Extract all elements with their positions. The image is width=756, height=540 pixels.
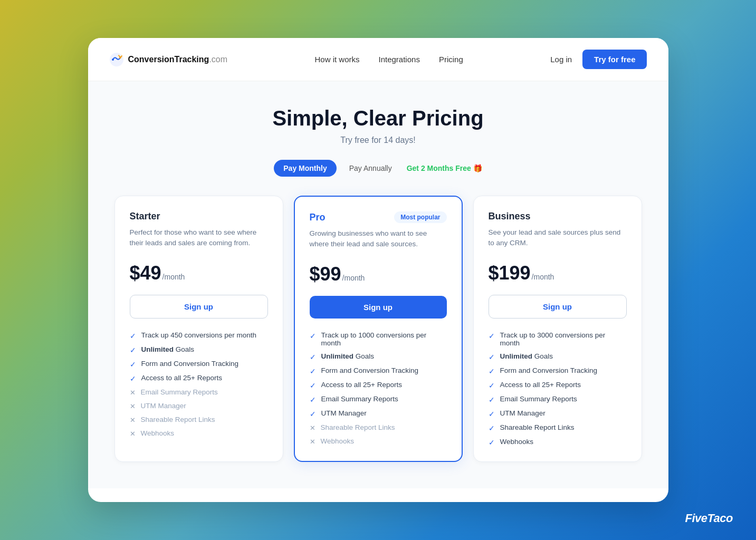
nav-link-how-it-works[interactable]: How it works <box>314 55 359 64</box>
list-item: ✕ Email Summary Reports <box>130 388 268 397</box>
most-popular-badge: Most popular <box>394 211 446 223</box>
business-card-header: Business <box>489 211 627 222</box>
promo-label: Get 2 Months Free 🎁 <box>407 164 482 172</box>
nav-link-pricing[interactable]: Pricing <box>439 55 463 64</box>
business-price-period: /month <box>532 273 554 281</box>
pay-monthly-button[interactable]: Pay Monthly <box>274 160 336 177</box>
x-icon: ✕ <box>130 430 136 438</box>
logo: ConversionTracking.com <box>109 52 228 67</box>
list-item: ✓ Unlimited Goals <box>310 352 447 361</box>
pro-plan-price: $99 /month <box>310 263 447 285</box>
starter-price-period: /month <box>162 273 185 281</box>
business-plan-card: Business See your lead and sale sources … <box>473 196 642 462</box>
x-icon: ✕ <box>310 438 315 446</box>
check-icon: ✓ <box>130 374 136 383</box>
check-icon: ✓ <box>130 360 136 369</box>
starter-price-amount: $49 <box>130 262 161 284</box>
list-item: ✓ UTM Manager <box>310 409 447 418</box>
check-icon: ✓ <box>489 424 495 432</box>
business-price-amount: $199 <box>489 262 531 284</box>
check-icon: ✓ <box>489 353 495 361</box>
check-icon: ✓ <box>489 410 495 418</box>
feature-text: Form and Conversion Tracking <box>321 367 419 374</box>
list-item: ✕ Webhooks <box>130 429 268 438</box>
feature-text: Form and Conversion Tracking <box>141 360 239 368</box>
list-item: ✓ Form and Conversion Tracking <box>310 367 447 375</box>
svg-point-0 <box>110 53 123 66</box>
feature-text: Webhooks <box>141 429 175 437</box>
try-for-free-button[interactable]: Try for free <box>582 50 647 69</box>
feature-text: UTM Manager <box>500 409 546 417</box>
starter-signup-button[interactable]: Sign up <box>130 295 268 319</box>
business-plan-price: $199 /month <box>489 262 627 284</box>
pro-card-header: Pro Most popular <box>310 211 447 223</box>
check-icon: ✓ <box>489 367 495 375</box>
starter-plan-card: Starter Perfect for those who want to se… <box>114 196 283 462</box>
feature-text: Access to all 25+ Reports <box>321 381 402 389</box>
business-plan-desc: See your lead and sale sources plus send… <box>489 227 627 250</box>
list-item: ✓ Webhooks <box>489 438 627 447</box>
logo-icon <box>109 52 124 67</box>
feature-text: Webhooks <box>500 438 534 446</box>
starter-card-header: Starter <box>130 211 268 222</box>
starter-plan-name: Starter <box>130 211 160 222</box>
business-features-list: ✓ Track up to 3000 conversions per month… <box>489 331 627 447</box>
feature-text: Shareable Report Links <box>141 416 215 423</box>
list-item: ✓ Track up to 1000 conversions per month <box>310 331 447 347</box>
main-card: ConversionTracking.com How it works Inte… <box>88 38 668 502</box>
check-icon: ✓ <box>310 353 316 361</box>
check-icon: ✓ <box>489 438 495 447</box>
check-icon: ✓ <box>130 346 136 354</box>
feature-text: Webhooks <box>321 437 355 445</box>
feature-text: UTM Manager <box>141 402 186 410</box>
pro-signup-button[interactable]: Sign up <box>310 296 447 319</box>
login-button[interactable]: Log in <box>550 55 572 64</box>
page-title: Simple, Clear Pricing <box>109 107 647 130</box>
footer-brand: FiveTaco <box>685 512 733 525</box>
list-item: ✕ Shareable Report Links <box>130 416 268 424</box>
list-item: ✓ UTM Manager <box>489 409 627 418</box>
list-item: ✓ Track up to 3000 conversions per month <box>489 331 627 347</box>
check-icon: ✓ <box>310 367 316 375</box>
list-item: ✓ Unlimited Goals <box>489 352 627 361</box>
svg-point-1 <box>112 59 114 61</box>
feature-text: Unlimited Goals <box>321 352 375 360</box>
feature-text: UTM Manager <box>321 409 367 417</box>
pay-annually-button[interactable]: Pay Annually <box>340 160 401 177</box>
feature-text: Unlimited Goals <box>500 352 553 360</box>
list-item: ✓ Unlimited Goals <box>130 345 268 354</box>
logo-label: ConversionTracking.com <box>128 55 228 64</box>
pro-price-amount: $99 <box>310 263 341 285</box>
pro-plan-name: Pro <box>310 212 326 223</box>
list-item: ✕ Webhooks <box>310 437 447 446</box>
check-icon: ✓ <box>310 381 316 390</box>
feature-text: Shareable Report Links <box>321 423 395 431</box>
list-item: ✓ Email Summary Reports <box>489 395 627 404</box>
feature-text: Access to all 25+ Reports <box>500 381 581 389</box>
x-icon: ✕ <box>130 389 136 397</box>
pricing-cards: Starter Perfect for those who want to se… <box>109 196 647 462</box>
list-item: ✕ UTM Manager <box>130 402 268 410</box>
x-icon: ✕ <box>310 424 315 432</box>
business-signup-button[interactable]: Sign up <box>489 295 627 319</box>
pro-features-list: ✓ Track up to 1000 conversions per month… <box>310 331 447 446</box>
feature-text: Track up 450 conversions per month <box>141 331 257 339</box>
feature-text: Email Summary Reports <box>141 388 218 396</box>
feature-text: Track up to 3000 conversions per month <box>500 331 627 347</box>
list-item: ✕ Shareable Report Links <box>310 423 447 432</box>
nav-link-integrations[interactable]: Integrations <box>379 55 420 64</box>
check-icon: ✓ <box>489 332 495 340</box>
list-item: ✓ Track up 450 conversions per month <box>130 331 268 340</box>
check-icon: ✓ <box>130 332 136 340</box>
nav-actions: Log in Try for free <box>550 50 647 69</box>
check-icon: ✓ <box>489 396 495 404</box>
list-item: ✓ Form and Conversion Tracking <box>130 360 268 369</box>
starter-plan-price: $49 /month <box>130 262 268 284</box>
list-item: ✓ Access to all 25+ Reports <box>310 381 447 390</box>
check-icon: ✓ <box>489 381 495 390</box>
pro-plan-card: Pro Most popular Growing businesses who … <box>294 196 463 462</box>
feature-text: Access to all 25+ Reports <box>141 374 222 382</box>
business-plan-name: Business <box>489 211 531 222</box>
feature-text: Email Summary Reports <box>500 395 577 403</box>
check-icon: ✓ <box>310 410 316 418</box>
